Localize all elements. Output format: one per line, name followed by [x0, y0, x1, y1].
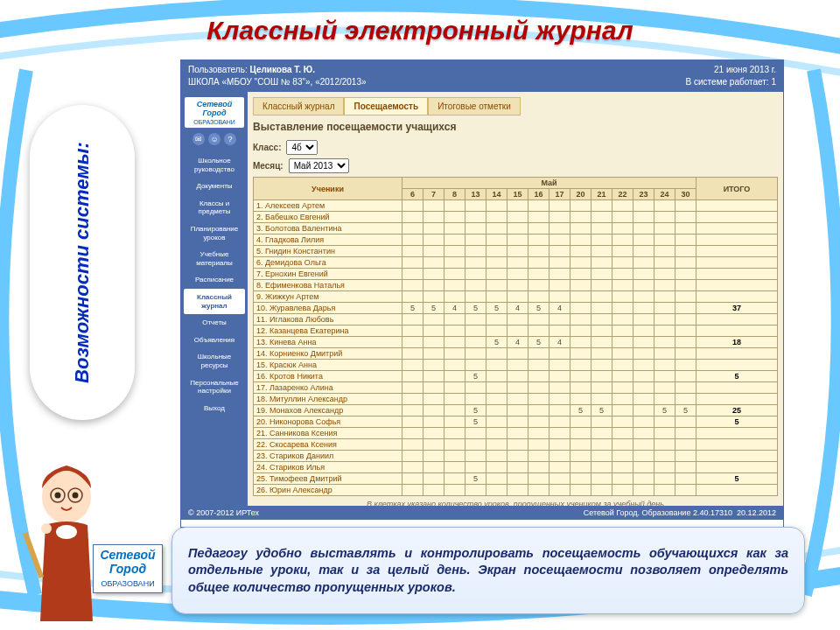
attendance-cell[interactable]	[528, 348, 550, 360]
attendance-cell[interactable]	[592, 462, 612, 473]
attendance-cell[interactable]	[570, 223, 592, 234]
attendance-cell[interactable]	[634, 200, 654, 212]
attendance-cell[interactable]	[508, 291, 528, 303]
attendance-cell[interactable]	[486, 371, 508, 382]
attendance-cell[interactable]	[486, 223, 508, 234]
attendance-cell[interactable]	[676, 451, 696, 462]
attendance-cell[interactable]	[612, 394, 634, 405]
attendance-cell[interactable]: 5	[466, 405, 486, 416]
attendance-cell[interactable]	[528, 485, 550, 496]
attendance-cell[interactable]	[444, 223, 466, 234]
attendance-cell[interactable]	[508, 416, 528, 428]
attendance-cell[interactable]	[508, 348, 528, 360]
attendance-cell[interactable]	[654, 303, 676, 314]
attendance-cell[interactable]	[654, 416, 676, 428]
attendance-cell[interactable]	[654, 348, 676, 360]
attendance-cell[interactable]	[444, 405, 466, 416]
attendance-cell[interactable]	[424, 212, 444, 223]
attendance-cell[interactable]	[528, 291, 550, 303]
attendance-cell[interactable]	[570, 314, 592, 326]
attendance-cell[interactable]	[592, 234, 612, 246]
sidebar-item[interactable]: Персональные настройки	[181, 374, 248, 400]
attendance-cell[interactable]	[592, 246, 612, 257]
attendance-cell[interactable]	[486, 314, 508, 326]
attendance-cell[interactable]	[466, 200, 486, 212]
attendance-cell[interactable]	[634, 462, 654, 473]
attendance-cell[interactable]	[528, 405, 550, 416]
attendance-cell[interactable]	[592, 223, 612, 234]
attendance-cell[interactable]	[570, 257, 592, 269]
attendance-cell[interactable]: 5	[486, 337, 508, 348]
attendance-cell[interactable]	[402, 360, 424, 371]
attendance-cell[interactable]	[570, 337, 592, 348]
attendance-cell[interactable]	[466, 269, 486, 280]
attendance-cell[interactable]	[528, 382, 550, 394]
attendance-cell[interactable]	[592, 485, 612, 496]
attendance-cell[interactable]	[444, 326, 466, 337]
attendance-cell[interactable]	[676, 348, 696, 360]
attendance-cell[interactable]	[592, 428, 612, 439]
attendance-cell[interactable]	[424, 394, 444, 405]
attendance-cell[interactable]	[444, 371, 466, 382]
attendance-cell[interactable]	[634, 473, 654, 485]
attendance-cell[interactable]	[486, 348, 508, 360]
attendance-cell[interactable]	[424, 416, 444, 428]
attendance-cell[interactable]	[550, 326, 570, 337]
attendance-cell[interactable]	[424, 246, 444, 257]
attendance-cell[interactable]	[676, 473, 696, 485]
attendance-cell[interactable]	[592, 439, 612, 451]
attendance-cell[interactable]	[654, 234, 676, 246]
attendance-cell[interactable]	[634, 416, 654, 428]
attendance-cell[interactable]	[444, 280, 466, 291]
attendance-cell[interactable]	[634, 326, 654, 337]
attendance-cell[interactable]	[466, 234, 486, 246]
attendance-cell[interactable]	[466, 439, 486, 451]
attendance-cell[interactable]	[654, 200, 676, 212]
attendance-cell[interactable]	[424, 485, 444, 496]
attendance-cell[interactable]	[612, 200, 634, 212]
attendance-cell[interactable]	[486, 485, 508, 496]
attendance-cell[interactable]	[654, 394, 676, 405]
attendance-cell[interactable]: 4	[508, 303, 528, 314]
attendance-cell[interactable]	[612, 246, 634, 257]
attendance-cell[interactable]	[550, 246, 570, 257]
attendance-cell[interactable]	[634, 269, 654, 280]
attendance-cell[interactable]	[550, 314, 570, 326]
attendance-cell[interactable]	[570, 416, 592, 428]
attendance-cell[interactable]	[612, 337, 634, 348]
attendance-cell[interactable]	[528, 428, 550, 439]
attendance-cell[interactable]	[508, 405, 528, 416]
attendance-cell[interactable]	[486, 280, 508, 291]
attendance-cell[interactable]	[402, 371, 424, 382]
attendance-cell[interactable]	[508, 280, 528, 291]
sidebar-item[interactable]: Выход	[181, 400, 248, 417]
attendance-cell[interactable]	[466, 326, 486, 337]
attendance-cell[interactable]: 5	[466, 303, 486, 314]
attendance-cell[interactable]	[570, 462, 592, 473]
attendance-cell[interactable]	[402, 473, 424, 485]
sidebar-item[interactable]: Школьное руководство	[181, 152, 248, 178]
sidebar-item[interactable]: Документы	[181, 178, 248, 195]
attendance-cell[interactable]	[654, 337, 676, 348]
attendance-cell[interactable]	[592, 326, 612, 337]
attendance-cell[interactable]	[550, 428, 570, 439]
attendance-cell[interactable]	[612, 314, 634, 326]
attendance-cell[interactable]	[444, 360, 466, 371]
attendance-cell[interactable]	[550, 269, 570, 280]
attendance-cell[interactable]	[444, 314, 466, 326]
attendance-cell[interactable]	[654, 223, 676, 234]
help-icon[interactable]: ?	[224, 133, 236, 145]
attendance-cell[interactable]	[402, 314, 424, 326]
attendance-cell[interactable]	[612, 485, 634, 496]
attendance-cell[interactable]	[570, 485, 592, 496]
attendance-cell[interactable]	[444, 246, 466, 257]
attendance-cell[interactable]	[550, 200, 570, 212]
sidebar-item[interactable]: Классы и предметы	[181, 195, 248, 220]
attendance-cell[interactable]	[424, 291, 444, 303]
attendance-cell[interactable]	[402, 291, 424, 303]
attendance-cell[interactable]	[528, 439, 550, 451]
attendance-cell[interactable]	[444, 337, 466, 348]
attendance-cell[interactable]	[424, 462, 444, 473]
attendance-cell[interactable]: 4	[444, 303, 466, 314]
attendance-cell[interactable]: 5	[486, 303, 508, 314]
